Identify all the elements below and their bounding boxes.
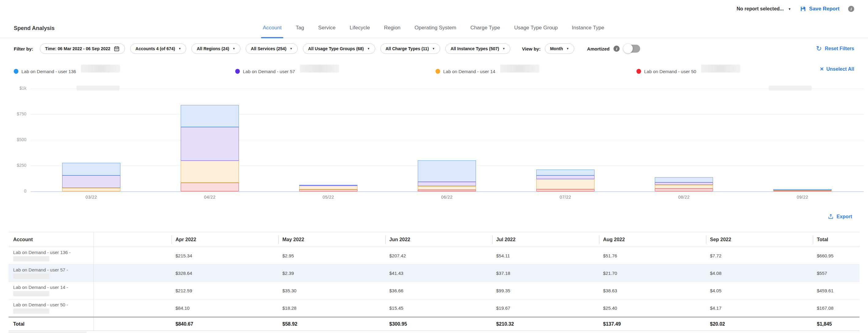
filter-pill-regions-filter[interactable]: All Regions (24)▼ [191, 43, 241, 54]
x-axis-tick: 05/22 [299, 195, 358, 200]
reset-filters-button[interactable]: ↻ Reset Filters [816, 45, 854, 52]
filter-pill-accounts-filter[interactable]: Accounts 4 (of 674)▼ [130, 43, 186, 54]
value-cell: $2.39 [278, 264, 385, 281]
total-value-cell: $1,845 [813, 318, 860, 331]
value-cell: $25.40 [599, 299, 706, 317]
page-title: Spend Analysis [14, 25, 55, 32]
caret-down-icon: ▼ [566, 47, 569, 50]
account-name: Lab on Demand - user 136 - [13, 250, 71, 255]
total-value-cell: $840.67 [172, 318, 278, 331]
value-cell: $459.61 [813, 282, 860, 299]
y-axis-tick: $750 [0, 111, 26, 116]
tab-operating-system[interactable]: Operating System [415, 18, 456, 38]
amortized-info-icon[interactable]: i [614, 45, 620, 52]
filter-pill-instance-types-filter[interactable]: All Instance Types (507)▼ [445, 43, 510, 54]
filter-pill-services-filter[interactable]: All Services (254)▼ [246, 43, 298, 54]
tab-usage-type-group[interactable]: Usage Type Group [514, 18, 558, 38]
value-cell: $21.70 [599, 264, 706, 281]
bar-segment-lab-on-demand-user-57[interactable] [418, 182, 476, 186]
bar-segment-lab-on-demand-user-136[interactable] [62, 163, 120, 175]
bar-segment-lab-on-demand-user-14[interactable] [299, 186, 358, 190]
legend-item-lab-on-demand-user-50[interactable]: Lab on Demand - user 50 [637, 67, 740, 75]
legend-item-lab-on-demand-user-57[interactable]: Lab on Demand - user 57 [235, 67, 339, 75]
bar-segment-lab-on-demand-user-136[interactable] [536, 170, 594, 175]
bar-segment-lab-on-demand-user-136[interactable] [773, 189, 832, 190]
unselect-all-button[interactable]: ✕ Unselect All [820, 66, 854, 72]
amortized-label: Amortized [587, 46, 610, 52]
bar-segment-lab-on-demand-user-50[interactable] [655, 189, 713, 191]
bar-segment-lab-on-demand-user-136[interactable] [181, 105, 239, 127]
bar-segment-lab-on-demand-user-136[interactable] [418, 160, 476, 182]
tab-region[interactable]: Region [384, 18, 401, 38]
tab-service[interactable]: Service [318, 18, 336, 38]
value-cell [94, 299, 172, 317]
filter-pill-label: All Services (254) [251, 46, 286, 51]
bar-segment-lab-on-demand-user-57[interactable] [655, 182, 713, 185]
chart-legend: ✕ Unselect All Lab on Demand - user 136L… [0, 60, 868, 82]
table-row[interactable]: Lab on Demand - user 57 -$328.64$2.39$41… [8, 264, 860, 282]
export-button[interactable]: Export [828, 213, 852, 220]
filter-pill-label: All Instance Types (507) [451, 46, 499, 51]
table-row[interactable]: Lab on Demand - user 50 -$84.10$18.28$15… [8, 299, 860, 317]
gridline [31, 140, 864, 140]
tab-tag[interactable]: Tag [296, 18, 304, 38]
table-row[interactable]: Lab on Demand - user 14 -$212.59$35.30$3… [8, 282, 860, 299]
spend-chart: 0$250$500$750$1k03/2204/2205/2206/2207/2… [0, 82, 868, 205]
view-by-value: Month [550, 46, 563, 51]
value-cell: $4.05 [706, 282, 813, 299]
bar-segment-lab-on-demand-user-50[interactable] [299, 190, 358, 191]
save-report-button[interactable]: Save Report [800, 5, 839, 12]
total-value-cell: $300.95 [385, 318, 492, 331]
info-icon[interactable]: i [848, 6, 854, 12]
table-row[interactable]: Lab on Demand - user 136 -$215.34$2.95$2… [8, 247, 860, 264]
tab-account[interactable]: Account [263, 18, 281, 38]
report-selector-dropdown[interactable]: No report selected... ▼ [737, 6, 791, 12]
tab-charge-type[interactable]: Charge Type [470, 18, 500, 38]
unselect-all-label: Unselect All [826, 66, 854, 72]
bar-segment-lab-on-demand-user-136[interactable] [299, 185, 358, 186]
value-cell: $99.35 [492, 282, 599, 299]
account-name: Lab on Demand - user 57 - [13, 267, 68, 272]
redacted-text [81, 65, 120, 72]
value-cell: $7.72 [706, 247, 813, 264]
spend-table: AccountApr 2022May 2022Jun 2022Jul 2022A… [8, 232, 860, 331]
value-cell: $18.28 [278, 299, 385, 317]
reset-filters-label: Reset Filters [825, 46, 854, 52]
filter-pill-charge-types-filter[interactable]: All Charge Types (11)▼ [380, 43, 440, 54]
value-cell: $38.63 [599, 282, 706, 299]
bar-segment-lab-on-demand-user-14[interactable] [62, 188, 120, 191]
filter-pill-time-filter[interactable]: Time: 06 Mar 2022 - 06 Sep 2022 [40, 43, 125, 54]
bar-segment-lab-on-demand-user-14[interactable] [181, 161, 239, 182]
value-cell: $167.08 [813, 299, 860, 317]
account-cell: Lab on Demand - user 57 - [8, 264, 94, 281]
tab-instance-type[interactable]: Instance Type [572, 18, 604, 38]
bar-segment-lab-on-demand-user-14[interactable] [536, 179, 594, 189]
bar-segment-lab-on-demand-user-50[interactable] [418, 190, 476, 191]
view-by-dropdown[interactable]: Month ▼ [545, 43, 574, 54]
bar-segment-lab-on-demand-user-57[interactable] [62, 175, 120, 188]
gridline [31, 89, 864, 89]
bar-segment-lab-on-demand-user-57[interactable] [536, 175, 594, 179]
table-total-row: Total$840.67$58.92$300.95$210.32$137.49$… [8, 317, 860, 331]
amortized-toggle[interactable] [624, 45, 640, 53]
caret-down-icon: ▼ [432, 47, 435, 50]
legend-item-lab-on-demand-user-14[interactable]: Lab on Demand - user 14 [436, 67, 539, 75]
tab-lifecycle[interactable]: Lifecycle [350, 18, 370, 38]
value-cell: $37.18 [492, 264, 599, 281]
filter-pill-usage-type-groups-filter[interactable]: All Usage Type Groups (68)▼ [303, 43, 375, 54]
caret-down-icon: ▼ [367, 47, 370, 50]
redacted-text [300, 65, 339, 72]
bar-segment-lab-on-demand-user-14[interactable] [418, 186, 476, 190]
gridline [31, 114, 864, 114]
bar-segment-lab-on-demand-user-50[interactable] [181, 183, 239, 191]
bar-segment-lab-on-demand-user-14[interactable] [655, 185, 713, 189]
x-axis-tick: 03/22 [62, 195, 120, 200]
bar-segment-lab-on-demand-user-50[interactable] [536, 189, 594, 191]
refresh-icon: ↻ [816, 45, 822, 52]
view-by-label: View by: [522, 46, 540, 52]
bar-segment-lab-on-demand-user-57[interactable] [181, 127, 239, 161]
account-cell: Lab on Demand - user 14 - [8, 282, 94, 299]
bar-segment-lab-on-demand-user-136[interactable] [655, 177, 713, 182]
value-cell: $207.42 [385, 247, 492, 264]
legend-item-lab-on-demand-user-136[interactable]: Lab on Demand - user 136 [14, 67, 120, 75]
